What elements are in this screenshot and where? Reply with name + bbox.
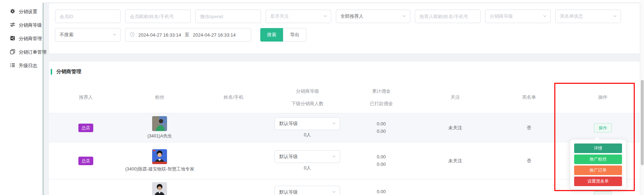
table-header-row: 推荐人 粉丝 姓名/手机 分销商等级 下级分销商人数 累计佣金 已打款佣金 关注…: [49, 81, 640, 113]
referrer-badge: 总店: [78, 124, 93, 132]
blacklist-status: 否: [492, 113, 566, 142]
distributor-level-select[interactable]: 分销商等级: [485, 10, 551, 23]
sub-distributor-count: 0人: [304, 165, 311, 171]
chevron-down-icon: [332, 154, 336, 159]
section-header: 分销商管理: [49, 61, 640, 75]
header-blacklist: 黑名单: [492, 81, 566, 113]
menu-item-set-blacklist[interactable]: 设置黑名单: [574, 177, 622, 186]
blacklist-status-select[interactable]: 黑名单状态: [555, 10, 621, 23]
sidebar-item-order-management[interactable]: 分销订单管理: [0, 45, 43, 59]
page-title: 分销商管理: [56, 69, 81, 75]
row-action-button[interactable]: 操作: [594, 123, 612, 132]
chevron-down-icon: [613, 14, 617, 19]
search-mode-select[interactable]: 不搜索: [55, 28, 121, 42]
gear-icon: [10, 9, 15, 15]
export-button[interactable]: 导出: [283, 28, 306, 42]
search-button[interactable]: 搜索: [260, 28, 283, 42]
header-referrer: 推荐人: [49, 81, 123, 113]
follow-status: 未关注: [418, 142, 492, 179]
sidebar-item-label: 分销商管理: [19, 36, 42, 42]
sidebar-item-label: 分销商等级: [19, 22, 42, 28]
chevron-down-icon: [543, 14, 547, 19]
sidebar-item-label: 分销设置: [19, 9, 37, 15]
log-icon: [10, 63, 15, 69]
levels-icon: [10, 22, 15, 28]
commission-total: 0.00: [377, 153, 385, 161]
row-level-select[interactable]: 默认等级: [274, 186, 340, 195]
clock-icon: [130, 32, 135, 38]
action-dropdown-menu: 详情 推广粉丝 推广订单 设置黑名单: [570, 140, 626, 189]
sidebar-item-distributor-levels[interactable]: 分销商等级: [0, 18, 43, 32]
filter-panel: 是否关注 全部推荐人 分销商等级 黑名单状态 不搜索 2024-04-27 16…: [49, 4, 640, 53]
chevron-down-icon: [332, 121, 336, 126]
follow-status-select[interactable]: 是否关注: [266, 10, 331, 23]
scrollbar-thumb[interactable]: [641, 80, 644, 165]
chevron-down-icon: [402, 14, 406, 19]
row-level-select[interactable]: 默认等级: [274, 150, 340, 163]
sidebar-item-distributor-management[interactable]: 分销商管理: [0, 32, 43, 45]
menu-item-details[interactable]: 详情: [574, 143, 622, 153]
row-action-button[interactable]: [594, 191, 612, 195]
wechat-openid-input[interactable]: [195, 10, 261, 23]
follow-status: 未关注: [418, 113, 492, 142]
chevron-down-icon: [323, 14, 327, 19]
member-nickname-input[interactable]: [125, 10, 191, 23]
header-fans: 粉丝: [123, 81, 196, 113]
fan-avatar: [152, 182, 167, 195]
chevron-down-icon: [112, 32, 117, 38]
date-end-value: 2024-04-27 16:33:14: [193, 32, 236, 38]
commission-total: 0.00: [377, 188, 385, 195]
sidebar-item-distribution-settings[interactable]: 分销设置: [0, 5, 43, 18]
fan-avatar: [152, 149, 167, 164]
blacklist-status: 否: [492, 142, 566, 179]
header-level: 分销商等级 下级分销商人数: [271, 81, 344, 113]
fan-name: (3401)A先生: [148, 133, 172, 139]
filter-row-2: 不搜索 2024-04-27 16:33:14 至 2024-04-27 16:…: [55, 28, 640, 42]
section-accent-bar: [51, 69, 52, 75]
chevron-down-icon: [332, 190, 336, 195]
distributor-table-panel: 分销商管理 推荐人 粉丝 姓名/手机 分销商等级 下级分销商人数 累计佣金 已打…: [49, 61, 640, 195]
commission-paid: 0.00: [377, 128, 385, 135]
filter-row-1: 是否关注 全部推荐人 分销商等级 黑名单状态: [55, 10, 640, 23]
table-row: 默认等级 0.00: [49, 179, 640, 195]
header-actions: 操作: [566, 81, 640, 113]
name-phone-cell: [197, 142, 271, 179]
sub-distributor-count: 0人: [304, 132, 311, 138]
sidebar-item-upgrade-log[interactable]: 升级日志: [0, 59, 43, 72]
table-row: 总店 (3400)陈霞-建安物联-智慧工地专家 默认等级 0人 0.00 0.0…: [49, 142, 640, 179]
date-start-value: 2024-04-27 16:33:14: [138, 32, 181, 38]
header-follow: 关注: [418, 81, 492, 113]
referrer-select[interactable]: 全部推荐人: [336, 10, 410, 23]
table-row: 总店 (3401)A先生 默认等级 0人 0.00 0.00 未关注 否: [49, 113, 640, 142]
menu-item-promote-orders[interactable]: 推广订单: [574, 166, 622, 175]
referrer-nickname-input[interactable]: [415, 10, 481, 23]
distributor-table: 推荐人 粉丝 姓名/手机 分销商等级 下级分销商人数 累计佣金 已打款佣金 关注…: [49, 81, 640, 195]
page-scrollbar: [640, 0, 644, 195]
name-phone-cell: [197, 113, 271, 142]
commission-paid: 0.00: [377, 161, 385, 168]
header-name-phone: 姓名/手机: [197, 81, 271, 113]
sidebar: 分销设置 分销商等级 分销商管理 分销订单管理 升级日志: [0, 0, 43, 195]
header-commission: 累计佣金 已打款佣金: [344, 81, 418, 113]
sidebar-divider: [43, 3, 44, 195]
fan-name: (3400)陈霞-建安物联-智慧工地专家: [125, 166, 194, 172]
orders-icon: [10, 49, 15, 55]
distributor-icon: [10, 36, 15, 42]
row-level-select[interactable]: 默认等级: [274, 117, 340, 130]
menu-item-promote-fans[interactable]: 推广粉丝: [574, 155, 622, 164]
member-id-input[interactable]: [55, 10, 121, 23]
date-separator: 至: [185, 32, 189, 38]
commission-total: 0.00: [377, 120, 385, 128]
date-range-picker[interactable]: 2024-04-27 16:33:14 至 2024-04-27 16:33:1…: [125, 28, 251, 42]
fan-avatar: [152, 116, 167, 131]
sidebar-item-label: 升级日志: [19, 63, 37, 69]
referrer-badge: 总店: [78, 157, 93, 165]
